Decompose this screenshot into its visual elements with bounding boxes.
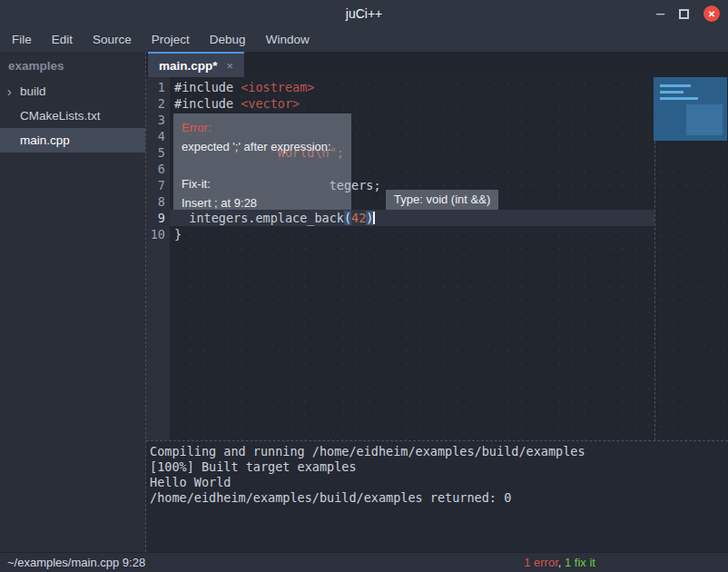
tree-item-label: build [20,84,46,98]
terminal-line: [100%] Built target examples [150,459,724,475]
line-number: 6 [146,161,170,177]
tab-label: main.cpp* [159,59,218,73]
tooltip-spacer [182,156,343,174]
menu-item-edit[interactable]: Edit [42,29,83,50]
line-number: 9 [146,210,170,226]
line-number: 3 [146,112,170,128]
tree-item-label: main.cpp [20,133,70,147]
chevron-right-icon[interactable]: › [7,84,20,99]
window-controls: – ✕ [656,5,728,22]
error-tooltip-title: Error: [182,118,343,137]
menu-item-project[interactable]: Project [142,29,200,50]
sidebar-item-main-cpp[interactable]: main.cpp [0,128,145,153]
minimize-button[interactable]: – [656,9,664,18]
terminal-line: Hello World [150,475,724,490]
status-diagnostics: 1 error, 1 fix it [524,556,595,569]
minimap-panel [686,104,723,135]
sidebar-item-build[interactable]: ›build [0,79,145,104]
tree-item-label: CMakeLists.txt [20,109,101,123]
code-line-10[interactable]: 10} [146,226,728,242]
line-number: 2 [146,95,170,112]
juci-window: juCi++ – ✕ FileEditSourceProjectDebugWin… [0,0,728,572]
terminal-output[interactable]: Compiling and running /home/eidheim/exam… [146,440,728,552]
line-text: #include <iostream> [170,79,314,95]
status-bar: ~/examples/main.cpp 9:28 1 error, 1 fix … [0,552,728,572]
line-text: #include <vector> [170,95,300,112]
close-button[interactable]: ✕ [703,5,720,22]
line-text: } [170,226,182,242]
code-editor[interactable]: 1#include <iostream>2#include <vector>34… [146,77,728,440]
maximize-button[interactable] [679,9,689,19]
minimap-thumbnail [654,77,727,141]
menu-item-file[interactable]: File [2,29,42,50]
terminal-line: Compiling and running /home/eidheim/exam… [150,444,724,459]
code-line-1[interactable]: 1#include <iostream> [146,79,728,95]
type-tooltip: Type: void (int &&) [386,190,498,210]
diagnostics-separator: , [558,556,565,569]
sidebar-item-cmakelists-txt[interactable]: CMakeLists.txt [0,104,145,128]
file-explorer-sidebar: examples ›buildCMakeLists.txtmain.cpp [0,52,145,552]
line-number: 5 [146,144,170,161]
error-tooltip-message: expected ';' after expression: [182,137,343,156]
project-name-header: examples [0,52,145,79]
minimap-line [660,91,684,94]
line-number: 7 [146,177,170,193]
fixit-tooltip-body: Insert ; at 9:28 [182,193,343,212]
fixit-count[interactable]: 1 fix it [565,556,595,569]
editor-pane: main.cpp* × 1#include <iostream>2#includ… [145,52,728,552]
status-file-location: ~/examples/main.cpp 9:28 [7,556,145,569]
tab-close-icon[interactable]: × [227,59,234,73]
menubar: FileEditSourceProjectDebugWindow [0,27,728,52]
error-tooltip: Error: expected ';' after expression: Fi… [173,113,351,210]
terminal-line: /home/eidheim/examples/build/examples re… [150,490,724,506]
line-number: 1 [146,79,170,95]
menu-item-window[interactable]: Window [256,29,320,50]
minimap-line [660,97,698,100]
fixit-tooltip-title: Fix-it: [182,174,343,193]
text-cursor [373,212,375,224]
line-number: 10 [146,226,170,242]
code-line-2[interactable]: 2#include <vector> [146,95,728,112]
error-count[interactable]: 1 error [524,556,558,569]
file-tree: ›buildCMakeLists.txtmain.cpp [0,79,145,153]
tab-bar: main.cpp* × [146,52,728,77]
main-content: examples ›buildCMakeLists.txtmain.cpp ma… [0,52,728,552]
line-number: 4 [146,128,170,144]
window-title: juCi++ [0,6,728,21]
title-bar[interactable]: juCi++ – ✕ [0,0,728,27]
minimap-line [660,84,691,87]
menu-item-debug[interactable]: Debug [200,29,256,50]
tab-main-cpp[interactable]: main.cpp* × [148,52,244,77]
line-number: 8 [146,193,170,210]
menu-item-source[interactable]: Source [83,29,142,50]
